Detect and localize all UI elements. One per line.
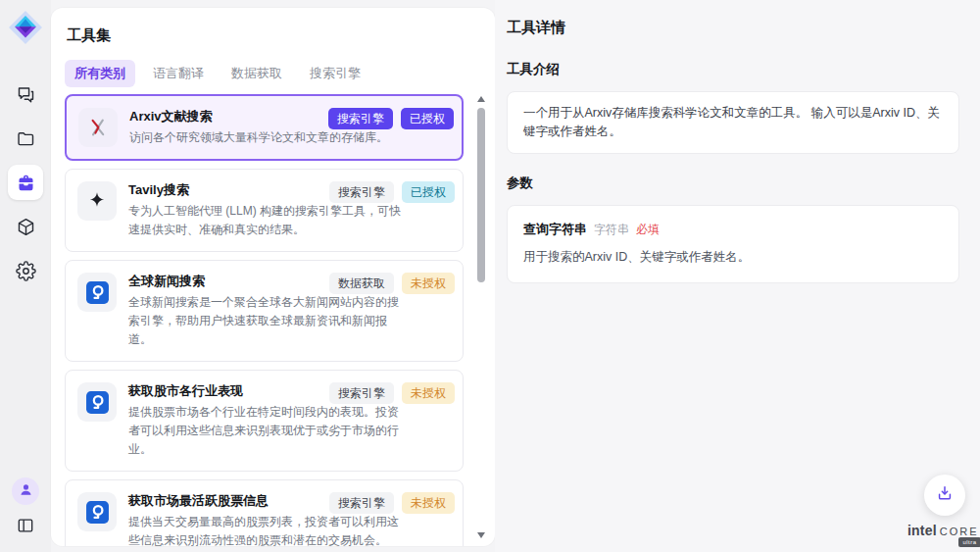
scroll-down-arrow[interactable] (477, 532, 485, 538)
gem-logo-icon (8, 10, 43, 45)
folder-icon (16, 128, 36, 149)
core-wordmark: core (940, 526, 979, 537)
sidebar-item-tools[interactable] (8, 165, 43, 200)
search-tool-icon (77, 492, 117, 531)
panel-toggle-icon (16, 516, 35, 539)
tool-card[interactable]: 获取股市各行业表现 提供股票市场各个行业在特定时间段内的表现。投资者可以利用这些… (65, 370, 464, 472)
search-tool-icon (77, 273, 117, 312)
auth-status-badge: 已授权 (402, 181, 455, 203)
params-heading: 参数 (507, 175, 959, 192)
tool-card[interactable]: Tavily搜索 专为人工智能代理 (LLM) 构建的搜索引擎工具，可快速提供实… (65, 169, 464, 252)
sidebar-nav (8, 76, 43, 288)
arxiv-tool-icon (78, 108, 118, 147)
cube-icon (16, 217, 36, 237)
tool-description: 提供当天交易量最高的股票列表，投资者可以利用这些信息来识别流动性强的股票和潜在的… (128, 513, 409, 546)
details-title: 工具详情 (507, 19, 959, 37)
scrollbar (476, 96, 486, 538)
star-tool-icon (77, 181, 117, 221)
category-badge: 数据获取 (329, 273, 394, 294)
tool-details-panel: 工具详情 工具介绍 一个用于从Arxiv存储库搜索科学论文和文章的工具。 输入可… (495, 0, 980, 552)
intro-text: 一个用于从Arxiv存储库搜索科学论文和文章的工具。 输入可以是Arxiv ID… (523, 106, 940, 138)
intel-wordmark: intel (907, 523, 937, 538)
tool-badges: 数据获取 未授权 (329, 273, 455, 294)
auth-status-badge: 未授权 (402, 492, 455, 514)
app-window: 工具集 所有类别语言翻译数据获取搜索引擎 Arxiv文献搜索 访问各个研究领域大… (0, 0, 980, 552)
parameter-header: 查询字符串 字符串 必填 (523, 220, 943, 239)
sidebar (0, 0, 51, 552)
sidebar-item-files[interactable] (8, 121, 43, 156)
auth-status-badge: 未授权 (402, 273, 455, 294)
tool-card[interactable]: Arxiv文献搜索 访问各个研究领域大量科学论文和文章的存储库。 搜索引擎 已授… (65, 94, 464, 161)
page-title: 工具集 (67, 26, 495, 45)
intro-box: 一个用于从Arxiv存储库搜索科学论文和文章的工具。 输入可以是Arxiv ID… (507, 91, 959, 154)
tool-card-list: Arxiv文献搜索 访问各个研究领域大量科学论文和文章的存储库。 搜索引擎 已授… (65, 94, 464, 546)
tool-description: 专为人工智能代理 (LLM) 构建的搜索引擎工具，可快速提供实时、准确和真实的结… (128, 202, 409, 239)
sidebar-item-chat[interactable] (8, 76, 43, 112)
download-icon (935, 483, 955, 507)
tool-badges: 搜索引擎 未授权 (329, 382, 455, 404)
tool-description: 访问各个研究领域大量科学论文和文章的存储库。 (129, 128, 410, 147)
sidebar-item-profile[interactable] (12, 477, 39, 505)
tab-data[interactable]: 数据获取 (221, 60, 292, 87)
sidebar-item-packages[interactable] (8, 209, 43, 244)
scrollbar-thumb[interactable] (477, 108, 485, 282)
sidebar-bottom (11, 477, 40, 542)
tool-card[interactable]: 全球新闻搜索 全球新闻搜索是一个聚合全球各大新闻网站内容的搜索引擎，帮助用户快速… (65, 260, 464, 362)
gear-icon (16, 261, 36, 281)
user-avatar-icon (18, 481, 34, 502)
tool-badges: 搜索引擎 已授权 (328, 108, 454, 129)
intel-core-logo: intelcore ultra (907, 522, 979, 539)
auth-status-badge: 已授权 (401, 108, 454, 129)
tab-search[interactable]: 搜索引擎 (300, 60, 370, 87)
auth-status-badge: 未授权 (402, 382, 455, 404)
tool-description: 全球新闻搜索是一个聚合全球各大新闻网站内容的搜索引擎，帮助用户快速获取全球最新资… (128, 293, 409, 349)
tool-badges: 搜索引擎 已授权 (329, 181, 455, 203)
tool-badges: 搜索引擎 未授权 (329, 492, 455, 514)
parameter-description: 用于搜索的Arxiv ID、关键字或作者姓名。 (523, 248, 943, 267)
download-button[interactable] (924, 475, 965, 516)
chat-icon (16, 84, 36, 105)
tab-translate[interactable]: 语言翻译 (143, 60, 214, 87)
toolbox-icon (16, 173, 36, 193)
category-badge: 搜索引擎 (329, 492, 394, 514)
parameter-type: 字符串 (594, 221, 629, 239)
tools-panel: 工具集 所有类别语言翻译数据获取搜索引擎 Arxiv文献搜索 访问各个研究领域大… (51, 8, 495, 546)
tab-all[interactable]: 所有类别 (65, 60, 135, 87)
parameter-name: 查询字符串 (523, 220, 587, 238)
search-tool-icon (77, 382, 117, 422)
category-tabs: 所有类别语言翻译数据获取搜索引擎 (65, 60, 495, 87)
category-badge: 搜索引擎 (329, 382, 394, 404)
tool-card[interactable]: 获取市场最活跃股票信息 提供当天交易量最高的股票列表，投资者可以利用这些信息来识… (65, 479, 464, 546)
category-badge: 搜索引擎 (329, 181, 394, 203)
required-badge: 必填 (636, 221, 660, 239)
sidebar-item-settings[interactable] (8, 253, 43, 288)
parameter-box: 查询字符串 字符串 必填 用于搜索的Arxiv ID、关键字或作者姓名。 (507, 205, 959, 283)
intro-heading: 工具介绍 (507, 61, 959, 78)
sidebar-item-collapse[interactable] (11, 513, 40, 542)
tool-description: 提供股票市场各个行业在特定时间段内的表现。投资者可以利用这些信息来识别表现优于或… (128, 403, 409, 459)
scroll-up-arrow[interactable] (477, 96, 485, 102)
category-badge: 搜索引擎 (328, 108, 393, 129)
ultra-badge: ultra (958, 537, 980, 547)
